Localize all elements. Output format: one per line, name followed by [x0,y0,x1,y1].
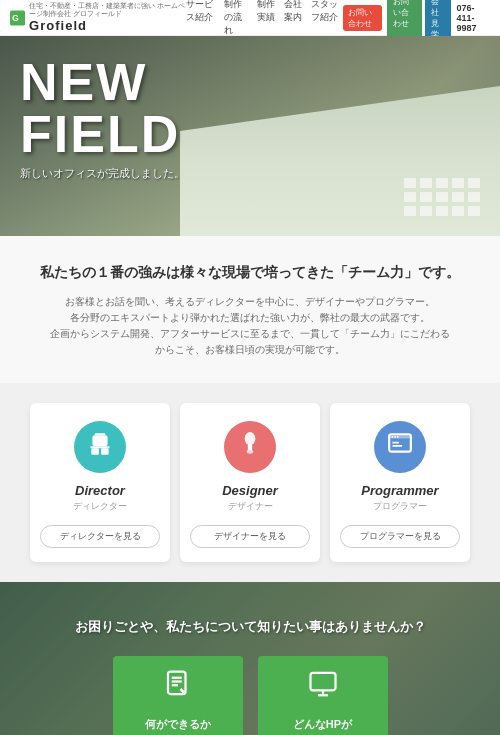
svg-rect-6 [101,448,109,455]
contact-icon-badge[interactable]: お問い合わせ [343,5,382,31]
svg-rect-12 [392,441,399,443]
svg-rect-4 [90,446,110,448]
logo[interactable]: G 住宅・不動産・工務店・建築業者に強い ホームページ制作会社 グロフィールド … [10,2,186,34]
cards-row: Director ディレクター ディレクターを見る Designer デザイナー… [15,403,485,562]
team-desc: お客様とお話を聞い、考えるディレクターを中心に、デザイナーやプログラマー。 各分… [50,294,450,359]
team-title: 私たちの１番の強みは様々な現場で培ってきた「チーム力」です。 [20,264,480,282]
bottom-section: お困りごとや、私たちについて知りたい事はありませんか？ 何ができるか 知りたい [0,582,500,735]
svg-rect-2 [95,433,106,435]
logo-subtitle: 住宅・不動産・工務店・建築業者に強い ホームページ制作会社 グロフィールド [29,2,185,19]
monitor-icon [308,669,338,706]
bottom-cards-row: 何ができるか 知りたい どんなHPが 創れるか知りたい [75,656,426,735]
svg-text:G: G [12,13,19,23]
svg-point-15 [394,436,396,438]
hero-text: NEW FIELD 新しいオフィスが完成しました。 [20,56,185,181]
person-icon [87,431,113,463]
designer-title-ja: デザイナー [190,500,310,513]
capabilities-text: 何ができるか 知りたい [145,716,211,735]
hp-line1: どんなHPが [293,718,352,730]
svg-rect-21 [310,673,335,691]
hero-subtitle: 新しいオフィスが完成しました。 [20,166,185,181]
programmer-button[interactable]: プログラマーを見る [340,525,460,548]
card-programmer: Programmer プログラマー プログラマーを見る [330,403,470,562]
director-title-en: Director [40,483,160,498]
svg-point-14 [392,436,394,438]
bottom-card-capabilities[interactable]: 何ができるか 知りたい [113,656,243,735]
svg-point-9 [247,449,254,453]
programmer-icon-circle [374,421,426,473]
programmer-title-ja: プログラマー [340,500,460,513]
director-title-ja: ディレクター [40,500,160,513]
site-header: G 住宅・不動産・工務店・建築業者に強い ホームページ制作会社 グロフィールド … [0,0,500,36]
svg-rect-5 [91,448,99,455]
bottom-card-hp[interactable]: どんなHPが 創れるか知りたい [258,656,388,735]
cards-section: Director ディレクター ディレクターを見る Designer デザイナー… [0,383,500,582]
building-windows [404,178,480,216]
designer-button[interactable]: デザイナーを見る [190,525,310,548]
svg-rect-3 [92,435,107,446]
hero-section: NEW FIELD 新しいオフィスが完成しました。 [0,36,500,236]
bottom-title: お困りごとや、私たちについて知りたい事はありませんか？ [75,618,426,636]
logo-icon: G [10,6,25,30]
card-director: Director ディレクター ディレクターを見る [30,403,170,562]
logo-name: Grofield [29,18,185,33]
designer-title-en: Designer [190,483,310,498]
code-icon [387,431,413,463]
card-designer: Designer デザイナー デザイナーを見る [180,403,320,562]
team-section: 私たちの１番の強みは様々な現場で培ってきた「チーム力」です。 お客様とお話を聞い… [0,236,500,383]
nav-staff[interactable]: スタッフ紹介 [311,0,343,37]
hp-text: どんなHPが 創れるか知りたい [279,716,367,735]
programmer-title-en: Programmer [340,483,460,498]
svg-point-7 [245,432,256,445]
designer-icon-circle [224,421,276,473]
director-button[interactable]: ディレクターを見る [40,525,160,548]
hero-title: NEW FIELD [20,56,185,160]
nav-services[interactable]: サービス紹介 [186,0,218,37]
team-desc-line1: お客様とお話を聞い、考えるディレクターを中心に、デザイナーやプログラマー。 [65,296,435,307]
svg-rect-13 [392,445,402,447]
phone-number: 076-411-9987 [456,3,490,33]
team-desc-line2: 各分野のエキスパートより弾かれた選ばれた強い力が、弊社の最大の武器です。 [70,312,430,323]
main-nav: サービス紹介 制作の流れ 制作実績 会社案内 スタッフ紹介 [186,0,344,37]
bottom-content: お困りごとや、私たちについて知りたい事はありませんか？ 何ができるか 知りたい [75,618,426,735]
nav-works[interactable]: 制作実績 [257,0,278,37]
hero-title-line2: FIELD [20,105,180,163]
nav-flow[interactable]: 制作の流れ [224,0,251,37]
logo-text: 住宅・不動産・工務店・建築業者に強い ホームページ制作会社 グロフィールド Gr… [29,2,185,34]
document-icon [163,669,193,706]
hero-title-line1: NEW [20,53,147,111]
svg-point-16 [397,436,399,438]
nav-company[interactable]: 会社案内 [284,0,305,37]
team-desc-line3: 企画からシステム開発、アフターサービスに至るまで、一貫して「チーム力」にこだわる… [50,328,450,355]
director-icon-circle [74,421,126,473]
brush-icon [237,431,263,463]
capabilities-line1: 何ができるか [145,718,211,730]
